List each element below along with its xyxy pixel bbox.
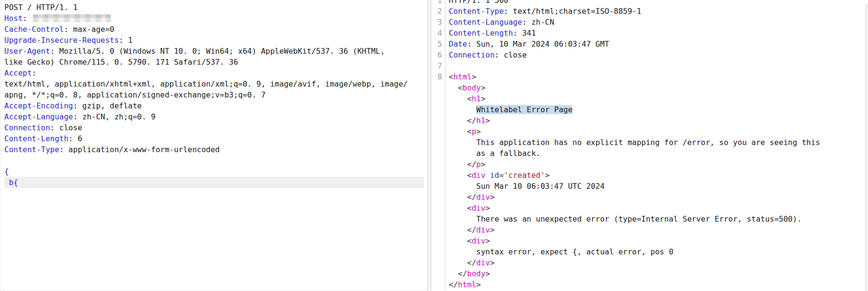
tag-bracket-token: > <box>481 160 485 169</box>
response-code-line: </body> <box>445 268 490 279</box>
request-line[interactable]: Cache-Control: max-age=0 <box>4 24 428 35</box>
response-line[interactable]: </body> <box>431 268 868 279</box>
response-line[interactable]: 1HTTP/1. 1 500 <box>431 0 868 6</box>
text-token: apng, */*;q=0. 8, application/signed-exc… <box>4 90 266 99</box>
request-line[interactable]: Accept-Encoding: gzip, deflate <box>4 100 428 111</box>
request-line[interactable]: User-Agent: Mozilla/5. 0 (Windows NT 10.… <box>4 46 428 57</box>
response-line[interactable]: <h1> <box>431 93 868 104</box>
response-line[interactable]: </div> <box>431 224 868 235</box>
text-token: : 341 <box>513 29 536 38</box>
request-line[interactable]: apng, */*;q=0. 8, application/signed-exc… <box>4 89 428 100</box>
response-code-line: Whitelabel Error Page <box>445 104 572 115</box>
line-number <box>431 115 445 126</box>
request-line[interactable]: Accept-Language: zh-CN, zh;q=0. 9 <box>4 111 428 122</box>
text-token: : zh-CN <box>522 18 554 27</box>
text-token <box>449 127 467 136</box>
response-code-area[interactable]: 1HTTP/1. 1 5002Content-Type: text/html;c… <box>431 0 868 290</box>
header-name-token: Cache-Control <box>4 25 64 34</box>
tag-name-token: html <box>458 280 476 289</box>
response-line[interactable]: </p> <box>431 159 868 170</box>
line-number <box>431 159 445 170</box>
text-token: : gzip, deflate <box>73 101 142 110</box>
response-line[interactable]: </h1> <box>431 115 868 126</box>
line-number <box>431 93 445 104</box>
text-token: : 6 <box>69 134 82 143</box>
redacted-host-value <box>33 14 111 22</box>
response-line[interactable]: <p> <box>431 126 868 137</box>
request-line[interactable] <box>4 155 428 166</box>
line-number <box>431 82 445 93</box>
text-token <box>449 116 467 125</box>
tag-bracket-token: < <box>467 171 472 180</box>
tag-bracket-token: > <box>485 269 490 278</box>
response-line[interactable]: 2Content-Type: text/html;charset=ISO-885… <box>431 6 868 17</box>
response-line[interactable]: Whitelabel Error Page <box>431 104 868 115</box>
response-line[interactable]: <div> <box>431 203 868 213</box>
response-line[interactable]: 8<html> <box>431 71 868 82</box>
response-line[interactable]: 3Content-Language: zh-CN <box>431 17 868 28</box>
text-token <box>449 258 467 267</box>
text-token: text/html, application/xhtml+xml, applic… <box>4 79 408 88</box>
response-scrollbar-track[interactable] <box>865 4 868 291</box>
request-line[interactable]: like Gecko) Chrome/115. 0. 5790. 171 Saf… <box>4 57 428 68</box>
header-name-token: Host <box>4 14 23 23</box>
response-line[interactable]: There was an unexpected error (type=Inte… <box>431 213 868 224</box>
line-number <box>431 203 445 213</box>
header-name-token: Accept-Language <box>4 112 73 121</box>
response-code-line: Content-Type: text/html;charset=ISO-8859… <box>445 6 641 17</box>
response-code-line: Sun Mar 10 06:03:47 UTC 2024 <box>445 181 605 192</box>
text-token <box>449 204 467 213</box>
response-code-line: Content-Language: zh-CN <box>445 17 554 28</box>
response-line[interactable]: <div> <box>431 235 868 246</box>
tag-bracket-token: < <box>467 127 472 136</box>
tag-bracket-token: < <box>467 204 472 213</box>
response-line[interactable]: This application has no explicit mapping… <box>431 137 868 148</box>
request-line[interactable]: POST / HTTP/1. 1 <box>4 2 428 13</box>
request-panel[interactable]: POST / HTTP/1. 1Host: Cache-Control: max… <box>0 0 428 291</box>
response-line[interactable]: 5Date: Sun, 10 Mar 2024 06:03:47 GMT <box>431 39 868 49</box>
response-line[interactable]: </html> <box>431 279 868 290</box>
text-token: : zh-CN, zh;q=0. 9 <box>73 112 156 121</box>
tag-bracket-token: < <box>467 94 472 103</box>
text-token: POST / HTTP/1. 1 <box>4 3 78 12</box>
request-line[interactable]: Host: <box>4 13 428 24</box>
line-number <box>431 181 445 192</box>
line-number: 4 <box>431 28 445 39</box>
request-line[interactable]: Content-Type: application/x-www-form-url… <box>4 144 428 155</box>
response-line[interactable]: </div> <box>431 192 868 203</box>
response-line[interactable]: <div id='created'> <box>431 170 868 181</box>
line-number: 2 <box>431 6 445 17</box>
response-line[interactable]: </div> <box>431 257 868 268</box>
response-line[interactable]: syntax error, expect {, actual error, po… <box>431 246 868 257</box>
text-token: There was an unexpected error (type=Inte… <box>449 214 802 223</box>
line-number <box>431 224 445 235</box>
request-caret-line[interactable]: b{ <box>4 177 424 188</box>
request-line[interactable]: { <box>4 166 428 177</box>
response-code-line: </div> <box>445 257 494 268</box>
request-line[interactable]: Accept: <box>4 68 428 78</box>
text-token: This application has no explicit mapping… <box>449 138 820 147</box>
tag-bracket-token: > <box>485 204 490 213</box>
request-line[interactable]: Upgrade-Insecure-Requests: 1 <box>4 35 428 46</box>
tag-bracket-token: < <box>458 83 463 92</box>
response-line[interactable]: 6Connection: close <box>431 49 868 60</box>
text-token <box>449 193 467 202</box>
response-code-line: <body> <box>445 82 485 93</box>
attr-value-token: 'created' <box>504 171 545 180</box>
tag-bracket-token: </ <box>467 225 476 234</box>
response-line[interactable]: 7 <box>431 60 868 71</box>
tag-name-token: h1 <box>472 94 481 103</box>
response-line[interactable]: 4Content-Length: 341 <box>431 28 868 39</box>
response-panel[interactable]: 1HTTP/1. 1 5002Content-Type: text/html;c… <box>431 0 868 291</box>
request-line[interactable]: text/html, application/xhtml+xml, applic… <box>4 78 428 89</box>
response-line[interactable]: Sun Mar 10 06:03:47 UTC 2024 <box>431 181 868 192</box>
text-token: : Sun, 10 Mar 2024 06:03:47 GMT <box>467 39 610 48</box>
request-line[interactable]: Content-Length: 6 <box>4 133 428 144</box>
text-token: : <box>23 14 32 23</box>
tag-name-token: div <box>476 225 490 234</box>
response-line[interactable]: <body> <box>431 82 868 93</box>
line-number <box>431 279 445 290</box>
response-line[interactable]: as a fallback. <box>431 148 868 159</box>
request-line[interactable]: Connection: close <box>4 122 428 133</box>
tag-bracket-token: < <box>449 72 454 81</box>
